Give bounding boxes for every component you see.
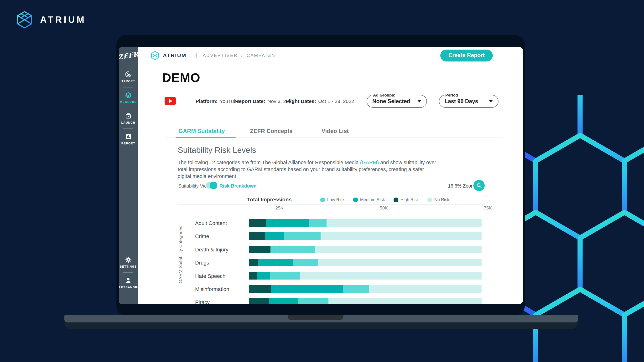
gridline — [488, 212, 488, 304]
ad-groups-value: None Selected — [372, 98, 410, 105]
sidebar-item-label: LAUNCH — [121, 121, 135, 124]
section-description: The following 12 categories are from The… — [178, 159, 436, 180]
sidebar-item-label: TARGET — [122, 80, 135, 83]
flight-dates-label: Flight Dates: — [286, 98, 316, 104]
legend-dot — [320, 198, 325, 202]
bar-segment-medium-risk[interactable] — [257, 272, 270, 280]
breadcrumb-divider: | — [196, 52, 197, 59]
measure-layers-icon — [125, 91, 132, 99]
category-label: Drugs — [195, 260, 246, 266]
bar-adult-content[interactable] — [249, 219, 482, 227]
bar-segment-high-risk[interactable] — [249, 259, 258, 266]
bar-segment-low-risk[interactable] — [284, 232, 320, 240]
chart-legend: Low RiskMedium RiskHigh RiskNo Risk — [320, 197, 449, 202]
legend-label: Low Risk — [327, 197, 345, 202]
sidebar-item-measure[interactable]: MEASURE — [120, 91, 137, 104]
bar-segment-medium-risk[interactable] — [266, 219, 308, 227]
brand-logo: ATRIUM — [15, 10, 86, 29]
bar-segment-high-risk[interactable] — [249, 219, 266, 227]
bar-segment-high-risk[interactable] — [249, 232, 265, 240]
active-tab-underline — [176, 137, 236, 138]
bar-segment-low-risk[interactable] — [343, 285, 369, 293]
suitability-view-toggle[interactable] — [206, 182, 217, 189]
platform-info: Platform: YouTube — [196, 98, 240, 104]
sidebar-item-target[interactable]: TARGET — [122, 71, 135, 83]
category-label: Death & Injury — [195, 247, 246, 253]
bar-segment-low-risk[interactable] — [309, 219, 326, 227]
main-area: ATRIUM | ADVERTISER › CAMPAIGN Create Re… — [138, 47, 523, 304]
chart-header: Total Impressions Low RiskMedium RiskHig… — [178, 195, 490, 204]
zoom-level-text: 16.6% Zoom — [448, 183, 471, 189]
legend-label: No Risk — [434, 197, 449, 202]
sidebar-item-label: SETTINGS — [120, 265, 137, 268]
flight-dates-value: Oct 1 - 28, 2022 — [318, 98, 354, 104]
header-logo-text: ATRIUM — [163, 52, 186, 59]
breadcrumb-separator: › — [241, 53, 243, 58]
bar-death-injury[interactable] — [249, 246, 482, 253]
sidebar-nav: TARGET MEASURE — [119, 71, 138, 145]
tab-video-list[interactable]: Video List — [322, 128, 349, 134]
bar-segment-low-risk[interactable] — [298, 298, 328, 304]
bar-drugs[interactable] — [249, 259, 482, 266]
divider — [162, 87, 499, 87]
risk-breakdown-label: Risk Breakdown — [220, 183, 257, 189]
bar-segment-high-risk[interactable] — [249, 246, 270, 253]
period-value: Last 90 Days — [444, 98, 478, 105]
sidebar-item-report[interactable]: REPORT — [122, 133, 135, 145]
zefr-logo: ZEFR — [119, 50, 139, 61]
legend-item-low-risk: Low Risk — [320, 197, 345, 202]
bar-segment-medium-risk[interactable] — [258, 259, 294, 266]
page-title: DEMO — [162, 70, 200, 85]
report-date-label: Report Date: — [235, 98, 265, 104]
target-icon — [125, 71, 132, 78]
bar-segment-medium-risk[interactable] — [271, 285, 343, 293]
suitability-chart: Total Impressions Low RiskMedium RiskHig… — [178, 195, 491, 304]
y-axis-label-text: GARM Suitability Categories — [178, 226, 183, 283]
divider — [123, 272, 133, 273]
sidebar-item-settings[interactable]: SETTINGS — [120, 256, 137, 268]
brand-name: ATRIUM — [40, 15, 86, 25]
sidebar-item-launch[interactable]: LAUNCH — [121, 112, 135, 124]
section-heading: Suitability Risk Levels — [178, 145, 256, 155]
legend-item-high-risk: High Risk — [394, 197, 419, 202]
legend-dot — [394, 198, 398, 202]
platform-label: Platform: — [196, 98, 218, 104]
bar-piracy[interactable] — [249, 298, 482, 304]
x-axis-tick: 50K — [380, 205, 388, 211]
chart-title: Total Impressions — [247, 197, 292, 203]
x-axis-tick: 75K — [484, 205, 492, 211]
zoom-out-button[interactable] — [474, 180, 485, 191]
tab-garm-suitability[interactable]: GARM Suitability — [178, 128, 225, 134]
tab-zefr-concepts[interactable]: ZEFR Concepts — [250, 128, 293, 134]
bar-hate-speech[interactable] — [249, 272, 482, 280]
chevron-down-icon — [418, 100, 421, 102]
bar-segment-low-risk[interactable] — [270, 272, 300, 280]
sidebar-item-user[interactable]: ALESSANDRO — [119, 277, 140, 289]
create-report-button[interactable]: Create Report — [440, 49, 493, 61]
breadcrumb-campaign[interactable]: CAMPAIGN — [247, 53, 276, 58]
period-dropdown[interactable]: Period Last 90 Days — [439, 95, 498, 108]
ad-groups-dropdown[interactable]: Ad Groups: None Selected — [366, 95, 427, 108]
page-content: DEMO Platform: YouTube Report Date: Nov … — [138, 64, 523, 304]
bar-segment-medium-risk[interactable] — [269, 298, 298, 304]
ad-groups-label: Ad Groups: — [371, 93, 397, 98]
bar-segment-high-risk[interactable] — [249, 285, 271, 293]
garm-link[interactable]: (GARM) — [360, 160, 379, 165]
chevron-down-icon — [489, 100, 493, 102]
bar-segment-low-risk[interactable] — [294, 259, 318, 266]
bar-segment-low-risk[interactable] — [270, 246, 315, 253]
bar-misinformation[interactable] — [249, 285, 482, 293]
bar-segment-medium-risk[interactable] — [265, 232, 284, 240]
legend-dot — [353, 198, 358, 202]
bar-segment-high-risk[interactable] — [249, 272, 257, 280]
legend-label: High Risk — [400, 197, 419, 202]
header-logo: ATRIUM — [150, 51, 186, 60]
bar-crime[interactable] — [249, 232, 482, 240]
sidebar-item-label: MEASURE — [120, 100, 137, 104]
bar-segment-high-risk[interactable] — [249, 298, 269, 304]
sidebar-bottom-nav: SETTINGS ALESSANDRO — [119, 256, 138, 289]
magnifier-minus-icon — [476, 183, 482, 189]
breadcrumb: ADVERTISER › CAMPAIGN — [203, 53, 276, 58]
category-label: Adult Content — [195, 220, 246, 226]
breadcrumb-advertiser[interactable]: ADVERTISER — [203, 53, 238, 58]
